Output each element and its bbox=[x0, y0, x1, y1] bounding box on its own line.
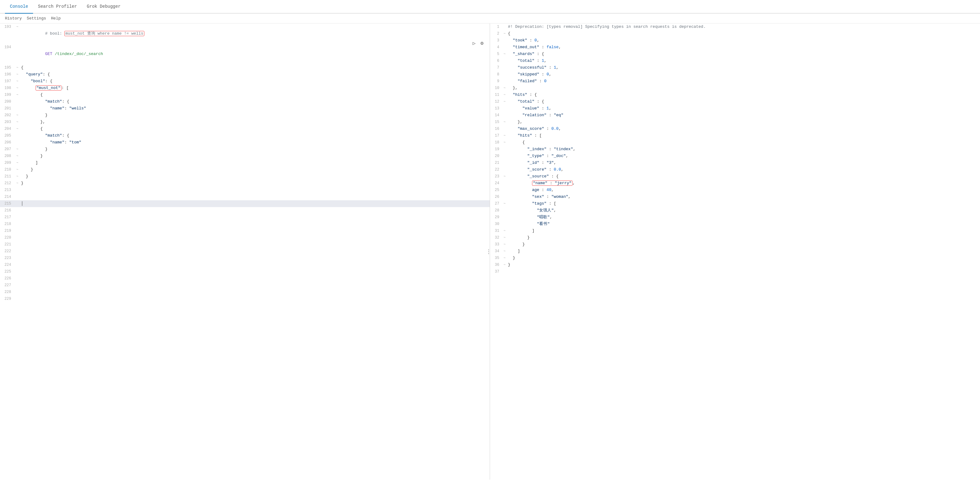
editor-line-225: 225 bbox=[0, 268, 490, 275]
line-gutter-204: ~ bbox=[15, 125, 20, 132]
line-num-198: 198 bbox=[0, 85, 15, 92]
out-line-19: 19 "_index" : "tindex", bbox=[490, 146, 980, 153]
line-num-207: 207 bbox=[0, 146, 15, 153]
run-button[interactable]: ▷ bbox=[471, 39, 477, 48]
editor-line-216: 216 bbox=[0, 207, 490, 214]
editor-line-195: 195 ~ { bbox=[0, 64, 490, 71]
out-line-27: 27 ~ "tags" : [ bbox=[490, 200, 980, 207]
out-line-24: 24 "name" : "jerry", bbox=[490, 180, 980, 187]
out-line-11: 11 ~ "hits" : { bbox=[490, 92, 980, 98]
editor-line-203: 203 ~ }, bbox=[0, 119, 490, 125]
settings-icon[interactable]: ⚙ bbox=[479, 39, 485, 48]
out-line-25: 25 age : 40, bbox=[490, 187, 980, 194]
line-num-215: 215 bbox=[0, 200, 15, 207]
editor-line-208: 208 ~ } bbox=[0, 153, 490, 159]
out-line-37: 37 bbox=[490, 268, 980, 275]
editor-line-194: 194 GET /tindex/_doc/_search bbox=[0, 44, 490, 64]
editor-line-222: 222 bbox=[0, 248, 490, 255]
line-content-194: GET /tindex/_doc/_search bbox=[20, 44, 490, 64]
line-gutter-199: ~ bbox=[15, 92, 20, 98]
out-line-8: 8 "skipped" : 0, bbox=[490, 71, 980, 78]
out-line-20: 20 "_type" : "_doc", bbox=[490, 153, 980, 159]
line-num-203: 203 bbox=[0, 119, 15, 125]
out-line-29: 29 "唱歌", bbox=[490, 214, 980, 221]
line-gutter-203: ~ bbox=[15, 119, 20, 125]
out-line-12: 12 ~ "total" : { bbox=[490, 98, 980, 105]
editor-line-227: 227 bbox=[0, 282, 490, 289]
out-line-31: 31 ~ ] bbox=[490, 227, 980, 234]
editor-line-215: 215 │ bbox=[0, 200, 490, 207]
line-content-209: ] bbox=[20, 159, 490, 166]
editor-line-197: 197 ~ "bool": { bbox=[0, 78, 490, 85]
line-content-205: "match": { bbox=[20, 132, 490, 139]
editor-line-206: 206 "name": "tom" bbox=[0, 139, 490, 146]
line-content-207: } bbox=[20, 146, 490, 153]
out-line-23: 23 ~ "_source" : { bbox=[490, 173, 980, 180]
line-content-204: { bbox=[20, 125, 490, 132]
out-line-18: 18 ~ { bbox=[490, 139, 980, 146]
editor-line-221: 221 bbox=[0, 241, 490, 248]
line-num-206: 206 bbox=[0, 139, 15, 146]
line-gutter-211: ~ bbox=[15, 173, 20, 180]
editor-line-204: 204 ~ { bbox=[0, 125, 490, 132]
line-gutter-208: ~ bbox=[15, 153, 20, 159]
line-num-204: 204 bbox=[0, 125, 15, 132]
line-content-210: } bbox=[20, 166, 490, 173]
editor-line-217: 217 bbox=[0, 214, 490, 221]
line-num-211: 211 bbox=[0, 173, 15, 180]
line-num-196: 196 bbox=[0, 71, 15, 78]
line-gutter-207: ~ bbox=[15, 146, 20, 153]
panel-drag-handle[interactable] bbox=[487, 245, 490, 258]
editor-line-220: 220 bbox=[0, 234, 490, 241]
line-content-202: } bbox=[20, 112, 490, 119]
line-num-195: 195 bbox=[0, 64, 15, 71]
out-line-32: 32 ~ } bbox=[490, 234, 980, 241]
out-num-1: 1 bbox=[490, 24, 503, 30]
editor-line-209: 209 ~ ] bbox=[0, 159, 490, 166]
output-panel: 1 #! Deprecation: [types removal] Specif… bbox=[490, 24, 980, 480]
editor-line-200: 200 "match": { bbox=[0, 98, 490, 105]
line-num-208: 208 bbox=[0, 153, 15, 159]
top-nav: Console Search Profiler Grok Debugger bbox=[0, 0, 980, 14]
line-num-194: 194 bbox=[0, 44, 15, 51]
line-gutter-195: ~ bbox=[15, 64, 20, 71]
line-content-213 bbox=[20, 187, 490, 194]
nav-settings[interactable]: Settings bbox=[27, 16, 46, 21]
line-content-195: { bbox=[20, 64, 490, 71]
out-line-5: 5 ~ "_shards" : { bbox=[490, 51, 980, 57]
line-gutter-212: ~ bbox=[15, 180, 20, 187]
line-num-212: 212 bbox=[0, 180, 15, 187]
out-line-21: 21 "_id" : "3", bbox=[490, 159, 980, 166]
drag-dot-1 bbox=[488, 249, 489, 250]
editor-line-224: 224 bbox=[0, 262, 490, 268]
line-num-213: 213 bbox=[0, 187, 15, 194]
editor-line-212: 212 ~ } bbox=[0, 180, 490, 187]
nav-history[interactable]: History bbox=[5, 16, 22, 21]
line-content-215: │ bbox=[20, 200, 490, 207]
editor-line-202: 202 ~ } bbox=[0, 112, 490, 119]
out-line-30: 30 "看书" bbox=[490, 221, 980, 227]
editor-line-193: 193 ~ # bool: must_not 查询 where name != … bbox=[0, 24, 490, 44]
tab-grok-debugger[interactable]: Grok Debugger bbox=[82, 0, 126, 14]
editor-panel: 193 ~ # bool: must_not 查询 where name != … bbox=[0, 24, 490, 480]
out-line-33: 33 ~ } bbox=[490, 241, 980, 248]
line-content-208: } bbox=[20, 153, 490, 159]
line-num-209: 209 bbox=[0, 159, 15, 166]
line-content-201: "name": "wells" bbox=[20, 105, 490, 112]
out-line-16: 16 "max_score" : 0.0, bbox=[490, 125, 980, 132]
editor-line-201: 201 "name": "wells" bbox=[0, 105, 490, 112]
line-gutter-193: ~ bbox=[15, 24, 20, 30]
secondary-nav: History Settings Help bbox=[0, 14, 980, 24]
editor-code-area[interactable]: 193 ~ # bool: must_not 查询 where name != … bbox=[0, 24, 490, 480]
tab-console[interactable]: Console bbox=[5, 0, 33, 14]
out-line-34: 34 ~ ] bbox=[490, 248, 980, 255]
line-gutter-202: ~ bbox=[15, 112, 20, 119]
tab-search-profiler[interactable]: Search Profiler bbox=[33, 0, 82, 14]
line-content-203: }, bbox=[20, 119, 490, 125]
out-line-35: 35 ~ } bbox=[490, 255, 980, 262]
out-line-10: 10 ~ }, bbox=[490, 85, 980, 92]
editor-line-218: 218 bbox=[0, 221, 490, 227]
nav-help[interactable]: Help bbox=[51, 16, 60, 21]
line-num-202: 202 bbox=[0, 112, 15, 119]
line-content-200: "match": { bbox=[20, 98, 490, 105]
